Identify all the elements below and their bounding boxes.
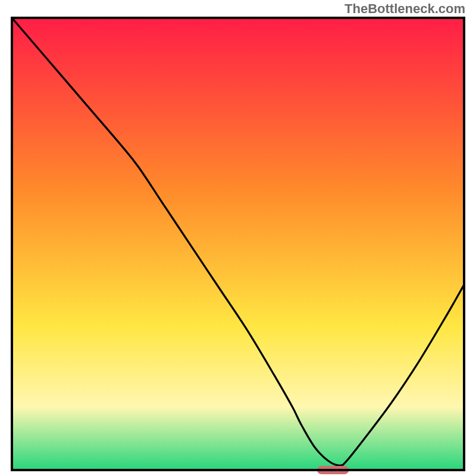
chart-container: TheBottleneck.com — [0, 0, 476, 476]
bottleneck-chart — [0, 0, 476, 476]
plot-background — [12, 18, 464, 470]
attribution-label: TheBottleneck.com — [345, 1, 465, 17]
